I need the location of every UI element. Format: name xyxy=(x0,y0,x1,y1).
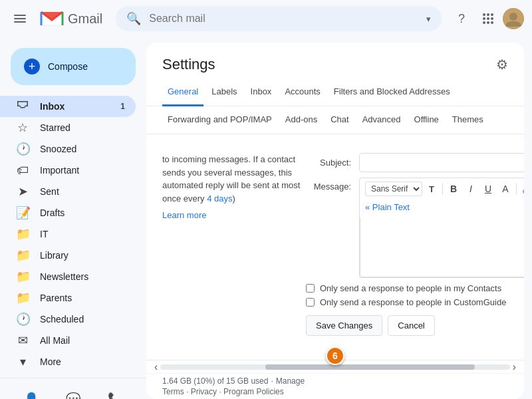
plain-text-link[interactable]: « Plain Text xyxy=(360,200,524,215)
important-label: Important xyxy=(40,165,125,176)
link-button[interactable]: 🔗 xyxy=(519,181,524,197)
search-icon: 🔍 xyxy=(126,11,141,26)
compose-label: Compose xyxy=(48,61,88,72)
inbox-label: Inbox xyxy=(40,101,110,112)
phone-icon[interactable]: 📞 xyxy=(105,389,125,399)
tab-filters[interactable]: Filters and Blocked Addresses xyxy=(329,78,456,106)
vacation-days-highlight: 4 days xyxy=(207,194,232,203)
svg-point-7 xyxy=(487,17,489,20)
sidebar-item-snoozed[interactable]: 🕐 Snoozed xyxy=(0,138,136,160)
more-icon: ▾ xyxy=(16,354,29,369)
avatar[interactable] xyxy=(503,8,524,29)
tab-general[interactable]: General xyxy=(162,78,203,106)
vacation-section: to incoming messages. If a contact sends… xyxy=(146,134,524,344)
tab-advanced[interactable]: Advanced xyxy=(357,106,406,134)
terms-link[interactable]: Terms xyxy=(162,387,184,396)
privacy-link[interactable]: Privacy xyxy=(191,387,217,396)
footer-links: Terms · Privacy · Program Policies xyxy=(162,387,508,396)
font-select[interactable]: Sans Serif xyxy=(365,182,422,196)
svg-point-9 xyxy=(483,21,485,24)
bottom-scrollbar-area: ‹ › 6 xyxy=(146,360,524,373)
menu-icon[interactable] xyxy=(8,7,32,31)
tab-themes[interactable]: Themes xyxy=(447,106,489,134)
sidebar-item-drafts[interactable]: 📝 Drafts xyxy=(0,202,136,223)
scroll-right-icon[interactable]: › xyxy=(510,361,519,373)
scrollbar-thumb xyxy=(265,364,475,370)
sidebar-item-more[interactable]: ▾ More xyxy=(0,351,136,372)
sidebar-item-library[interactable]: 📁 Library xyxy=(0,245,136,266)
svg-rect-0 xyxy=(14,15,26,16)
contacts-checkbox[interactable] xyxy=(306,284,315,293)
inbox-icon xyxy=(16,99,29,114)
sidebar-item-inbox[interactable]: Inbox 1 xyxy=(0,96,136,117)
svg-point-8 xyxy=(491,17,493,20)
sidebar-item-starred[interactable]: ☆ Starred xyxy=(0,117,136,138)
settings-title: Settings xyxy=(162,56,215,73)
tab-accounts[interactable]: Accounts xyxy=(279,78,325,106)
tab-offline[interactable]: Offline xyxy=(409,106,444,134)
bold-button[interactable]: B xyxy=(446,181,462,197)
sidebar-item-important[interactable]: 🏷 Important xyxy=(0,160,136,181)
search-dropdown-icon[interactable]: ▾ xyxy=(426,14,431,24)
subject-input[interactable] xyxy=(359,153,524,172)
scroll-left-icon[interactable]: ‹ xyxy=(152,361,160,373)
tab-addons[interactable]: Add-ons xyxy=(280,106,323,134)
program-policies-link[interactable]: Program Policies xyxy=(223,387,284,396)
compose-plus-icon: + xyxy=(24,59,40,74)
message-textarea[interactable] xyxy=(360,217,524,277)
search-input[interactable] xyxy=(149,13,426,25)
snoozed-icon: 🕐 xyxy=(16,142,29,156)
folder-icon-parents: 📁 xyxy=(16,291,29,305)
font-size-button[interactable]: T xyxy=(424,181,440,197)
checkbox-customguide-row: Only send a response to people in Custom… xyxy=(306,297,524,307)
search-bar[interactable]: 🔍 ▾ xyxy=(116,6,442,31)
text-color-button[interactable]: A xyxy=(497,181,513,197)
sidebar-item-scheduled[interactable]: 🕐 Scheduled xyxy=(0,309,136,330)
apps-icon[interactable] xyxy=(476,7,500,31)
tab-forwarding[interactable]: Forwarding and POP/IMAP xyxy=(162,106,277,134)
sidebar: + Compose Inbox 1 ☆ Starred 🕐 Snoozed 🏷 … xyxy=(0,37,146,399)
starred-label: Starred xyxy=(40,122,125,133)
main-layout: + Compose Inbox 1 ☆ Starred 🕐 Snoozed 🏷 … xyxy=(0,37,532,399)
compose-button[interactable]: + Compose xyxy=(11,48,136,85)
cancel-button[interactable]: Cancel xyxy=(388,315,434,336)
scheduled-icon: 🕐 xyxy=(16,312,29,327)
tab-labels[interactable]: Labels xyxy=(206,78,242,106)
newsletters-label: Newsletters xyxy=(40,271,125,282)
sidebar-item-allmail[interactable]: ✉ All Mail xyxy=(0,330,136,351)
folder-icon-newsletters: 📁 xyxy=(16,269,29,284)
sidebar-item-it[interactable]: 📁 IT xyxy=(0,223,136,245)
tab-inbox[interactable]: Inbox xyxy=(245,78,277,106)
sidebar-item-sent[interactable]: ➤ Sent xyxy=(0,181,136,202)
sidebar-item-newsletters[interactable]: 📁 Newsletters xyxy=(0,266,136,287)
settings-header: Settings ⚙ xyxy=(146,43,524,73)
settings-gear-icon[interactable]: ⚙ xyxy=(496,57,508,72)
customguide-checkbox[interactable] xyxy=(306,298,315,307)
message-row: Message: Sans Serif T xyxy=(306,178,524,278)
vacation-note-text2: ) xyxy=(233,194,235,203)
save-changes-button[interactable]: Save Changes xyxy=(306,315,382,336)
allmail-label: All Mail xyxy=(40,335,125,346)
help-icon[interactable]: ? xyxy=(450,7,473,31)
add-contact-icon[interactable]: 👤 xyxy=(21,389,41,399)
editor-container: « Plain Text xyxy=(359,200,524,278)
underline-button[interactable]: U xyxy=(480,181,496,197)
message-editor: Sans Serif T B I U A xyxy=(359,178,524,278)
chat-icon[interactable]: 💬 xyxy=(63,389,83,399)
manage-link[interactable]: Manage xyxy=(276,376,305,386)
sent-label: Sent xyxy=(40,186,125,197)
editor-toolbar: Sans Serif T B I U A xyxy=(359,178,524,200)
vacation-note: to incoming messages. If a contact sends… xyxy=(162,153,306,210)
drafts-icon: 📝 xyxy=(16,205,29,220)
gmail-logo: Gmail xyxy=(40,9,102,28)
contacts-checkbox-label: Only send a response to people in my Con… xyxy=(320,283,501,293)
italic-button[interactable]: I xyxy=(463,181,479,197)
toolbar-sep1 xyxy=(442,183,443,195)
learn-more-link[interactable]: Learn more xyxy=(162,210,306,220)
folder-icon-library: 📁 xyxy=(16,248,29,263)
inbox-count: 1 xyxy=(120,102,125,111)
tab-chat[interactable]: Chat xyxy=(325,106,354,134)
step-badge: 6 xyxy=(326,346,344,365)
sidebar-item-parents[interactable]: 📁 Parents xyxy=(0,287,136,309)
svg-rect-1 xyxy=(14,18,26,19)
